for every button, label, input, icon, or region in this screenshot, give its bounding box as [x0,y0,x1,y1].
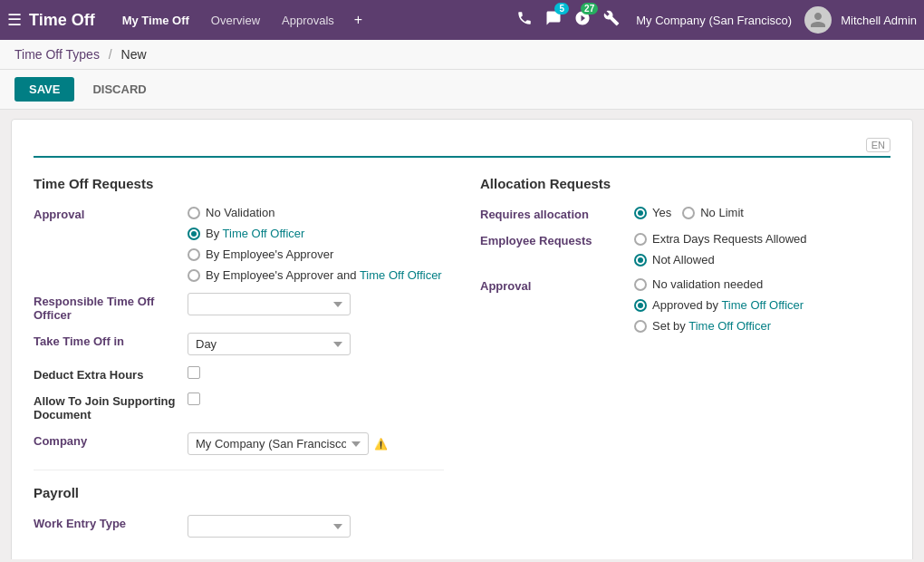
breadcrumb: Time Off Types / New [0,40,924,70]
radio-time-off-officer [188,228,200,240]
responsible-field-row: Responsible Time Off Officer [34,293,444,322]
alloc-set-label: Set by Time Off Officer [652,319,771,333]
grid-icon[interactable]: ☰ [7,10,22,30]
approval-option-no-validation[interactable]: No Validation [188,206,444,219]
alloc-set-radio [634,320,647,333]
action-bar: SAVE DISCARD [0,70,924,110]
join-doc-checkbox[interactable] [188,392,200,405]
approval-option-time-off-officer-label: By Time Off Officer [206,227,304,240]
take-time-off-value: Day Half Day Hours [188,333,444,355]
activity-badge: 27 [581,3,598,15]
deduct-checkbox[interactable] [188,366,200,379]
employee-requests-value: Extra Days Requests Allowed Not Allowed [634,232,890,266]
chat-icon-btn[interactable]: 5 [542,6,565,34]
take-time-off-select[interactable]: Day Half Day Hours [188,333,351,355]
nav-approvals[interactable]: Approvals [273,10,343,31]
main-content: EN Time Off Requests Approval No Validat… [0,110,924,559]
app-title: Time Off [29,11,95,30]
not-allowed-radio [634,254,647,266]
employee-extra-days-option[interactable]: Extra Days Requests Allowed [634,232,890,246]
requires-no-limit-radio [682,207,695,219]
deduct-value [188,366,444,379]
payroll-title: Payroll [34,485,444,500]
employee-not-allowed-option[interactable]: Not Allowed [634,253,890,266]
work-entry-label: Work Entry Type [34,515,188,530]
approval-option-employee-approver[interactable]: By Employee's Approver [188,247,444,261]
user-name[interactable]: Mitchell Admin [841,14,917,27]
add-menu-button[interactable]: + [347,8,370,32]
discard-button[interactable]: DISCARD [82,77,157,102]
top-navigation: ☰ Time Off My Time Off Overview Approval… [0,0,924,40]
alloc-no-validation-radio [634,278,647,291]
activity-icon-btn[interactable]: 27 [571,6,594,34]
join-doc-label: Allow To Join Supporting Document [34,392,188,422]
name-field-row: EN [34,138,890,158]
alloc-approval-row: Approval No validation needed Approved b… [480,277,890,333]
phone-icon-btn[interactable] [513,6,536,34]
name-input[interactable] [34,138,859,152]
approval-option-both-label: By Employee's Approver and Time Off Offi… [206,268,442,282]
approval-option-employee-approver-label: By Employee's Approver [206,247,333,261]
chat-badge: 5 [554,3,569,15]
breadcrumb-parent[interactable]: Time Off Types [14,47,100,62]
form-card: EN Time Off Requests Approval No Validat… [11,119,913,559]
company-label: Company [34,432,188,448]
company-field-row: Company My Company (San Francisco) ⚠️ [34,432,444,455]
deduct-field-row: Deduct Extra Hours [34,366,444,382]
work-entry-value [188,515,444,538]
form-columns: Time Off Requests Approval No Validation [34,176,890,548]
company-external-link[interactable]: ⚠️ [374,438,388,451]
company-value: My Company (San Francisco) ⚠️ [188,432,444,455]
breadcrumb-sep: / [109,47,112,62]
settings-icon-btn[interactable] [600,6,623,34]
nav-my-time-off[interactable]: My Time Off [113,10,198,31]
requires-allocation-row: Requires allocation Yes No Limit [480,206,890,221]
avatar[interactable] [804,6,832,34]
requires-no-limit-option[interactable]: No Limit [682,206,744,219]
approval-option-time-off-officer[interactable]: By Time Off Officer [188,227,444,240]
requires-yes-option[interactable]: Yes [634,206,671,219]
requires-yes-label: Yes [652,206,671,219]
extra-days-radio [634,233,647,246]
time-off-requests-col: Time Off Requests Approval No Validation [34,176,444,548]
breadcrumb-current: New [121,47,147,62]
join-doc-field-row: Allow To Join Supporting Document [34,392,444,422]
alloc-approval-value: No validation needed Approved by Time Of… [634,277,890,333]
extra-days-label: Extra Days Requests Allowed [652,232,807,246]
alloc-set-by-officer-option[interactable]: Set by Time Off Officer [634,319,890,333]
approval-option-both[interactable]: By Employee's Approver and Time Off Offi… [188,268,444,282]
employee-requests-label: Employee Requests [480,232,634,247]
take-time-off-label: Take Time Off in [34,333,188,348]
company-select[interactable]: My Company (San Francisco) [188,432,369,455]
allocation-requests-title: Allocation Requests [480,176,890,191]
alloc-no-validation-option[interactable]: No validation needed [634,277,890,291]
employee-requests-row: Employee Requests Extra Days Requests Al… [480,232,890,266]
alloc-approval-label: Approval [480,277,634,293]
take-time-off-field-row: Take Time Off in Day Half Day Hours [34,333,444,355]
save-button[interactable]: SAVE [14,77,74,102]
work-entry-select[interactable] [188,515,351,538]
requires-allocation-value: Yes No Limit [634,206,890,219]
radio-employee-approver [188,248,200,261]
requires-allocation-label: Requires allocation [480,206,634,221]
not-allowed-label: Not Allowed [652,253,715,266]
alloc-approved-label: Approved by Time Off Officer [652,298,804,312]
employee-requests-radio-group: Extra Days Requests Allowed Not Allowed [634,232,890,266]
radio-no-validation [188,207,200,219]
responsible-label: Responsible Time Off Officer [34,293,188,322]
alloc-approval-radio-group: No validation needed Approved by Time Of… [634,277,890,333]
allocation-title-text: Allocation Requests [480,176,611,191]
alloc-approved-by-officer-option[interactable]: Approved by Time Off Officer [634,298,890,312]
approval-radio-group: No Validation By Time Off Officer By Emp… [188,206,444,282]
responsible-value [188,293,444,315]
language-badge[interactable]: EN [866,138,890,152]
time-off-requests-title: Time Off Requests [34,176,444,191]
alloc-no-validation-label: No validation needed [652,277,763,291]
responsible-select[interactable] [188,293,351,315]
alloc-approved-radio [634,299,647,312]
nav-overview[interactable]: Overview [202,10,269,31]
requires-yes-radio [634,207,647,219]
company-selector[interactable]: My Company (San Francisco) [636,14,792,27]
requires-no-limit-label: No Limit [700,206,744,219]
allocation-requests-col: Allocation Requests Requires allocation … [480,176,890,548]
